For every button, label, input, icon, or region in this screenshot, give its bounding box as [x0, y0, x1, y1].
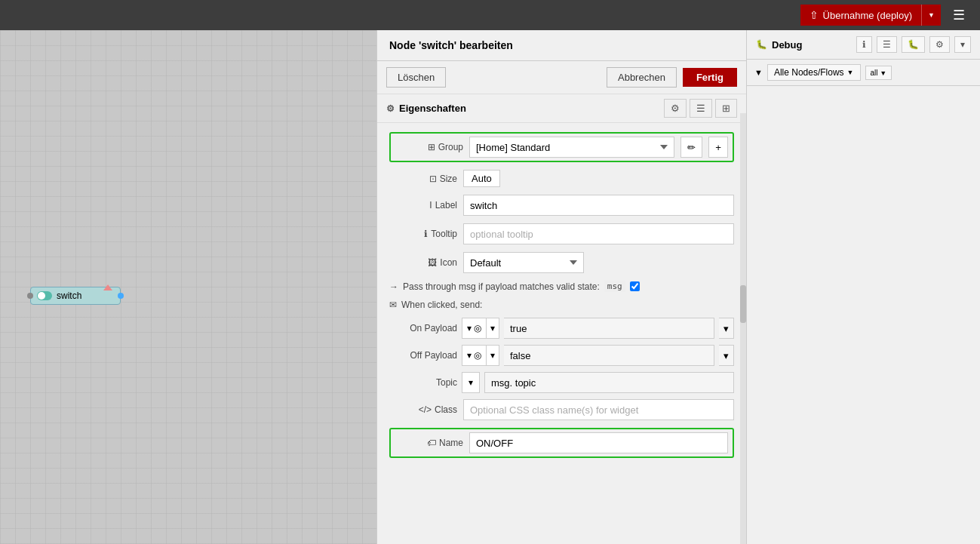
label-icon: I [429, 200, 432, 211]
canvas-area[interactable]: switch [0, 30, 376, 544]
panel-body: ⊞ Group [Home] Standard ✏ + ⊡ Size Auto [377, 123, 746, 544]
icon-select[interactable]: Default [463, 252, 584, 273]
debug-info-btn[interactable]: ℹ [856, 36, 872, 53]
filter-all-btn[interactable]: all ▼ [865, 66, 892, 80]
table-icon: ⊞ [428, 142, 435, 152]
debug-header: 🐛 Debug ℹ ☰ 🐛 ⚙ ▾ [747, 30, 980, 60]
off-payload-input[interactable] [504, 345, 714, 366]
tab-eigenschaften-label: Eigenschaften [399, 103, 466, 114]
off-payload-label: Off Payload [389, 350, 457, 361]
arrow-right-icon: → [389, 281, 398, 292]
name-input[interactable] [469, 432, 728, 453]
scrollbar-track [740, 113, 746, 544]
tooltip-row: ℹ Tooltip [389, 223, 734, 244]
topic-input[interactable] [484, 372, 734, 393]
label-row: I Label [389, 195, 734, 216]
passthrough-checkbox[interactable] [630, 281, 640, 291]
on-payload-type-btn[interactable]: ▾ ◎ ▾ [462, 318, 499, 339]
edit-panel: Node 'switch' bearbeiten Löschen Abbrech… [376, 30, 746, 544]
group-row: ⊞ Group [Home] Standard ✏ + [389, 132, 734, 162]
size-row: ⊡ Size Auto [389, 170, 734, 187]
label-input[interactable] [463, 195, 734, 216]
panel-tabs: ⚙ Eigenschaften ⚙ ☰ ⊞ [377, 94, 746, 123]
menu-icon[interactable]: ☰ [947, 4, 971, 26]
deploy-label: Übernahme (deploy) [823, 10, 913, 21]
topbar: ⇧ Übernahme (deploy) ▼ ☰ [0, 0, 980, 30]
name-field-label: 🏷 Name [395, 438, 463, 448]
group-label: ⊞ Group [395, 142, 463, 152]
debug-title: Debug [772, 39, 852, 51]
on-payload-label: On Payload [389, 323, 457, 333]
fertig-button[interactable]: Fertig [683, 68, 737, 87]
on-type-circle: ◎ [474, 323, 481, 333]
tooltip-input[interactable] [463, 223, 734, 244]
gear-tab-icon: ⚙ [386, 103, 395, 114]
topic-label: Topic [389, 377, 457, 388]
code-icon: </> [419, 404, 432, 415]
on-payload-expand[interactable]: ▾ [719, 318, 734, 339]
scrollbar-thumb[interactable] [740, 285, 746, 323]
loeschen-button[interactable]: Löschen [386, 67, 446, 88]
filter-icon: ▼ [754, 68, 763, 77]
debug-panel-icon: 🐛 [756, 39, 767, 50]
class-input[interactable] [463, 399, 734, 420]
node-toggle-icon [37, 291, 52, 300]
node-triangle-indicator [103, 284, 112, 290]
group-select[interactable]: [Home] Standard [469, 137, 674, 158]
image-icon: 🖼 [428, 257, 437, 268]
filter-chevron: ▼ [847, 69, 854, 76]
info-icon: ℹ [424, 229, 428, 239]
debug-gear-btn[interactable]: ⚙ [929, 36, 950, 53]
msg-code: msg [604, 281, 625, 292]
envelope-icon: ✉ [389, 300, 397, 310]
filter-label: Alle Nodes/Flows [774, 67, 844, 78]
passthrough-row: → Pass through msg if payload matches va… [389, 281, 734, 292]
debug-bug-btn[interactable]: 🐛 [902, 36, 925, 53]
off-type-circle: ◎ [474, 350, 481, 361]
group-edit-button[interactable]: ✏ [680, 137, 702, 158]
abbrechen-button[interactable]: Abbrechen [607, 67, 677, 88]
size-label: ⊡ Size [389, 174, 457, 184]
deploy-arrow-btn[interactable]: ▼ [921, 5, 941, 26]
tag-icon: 🏷 [427, 438, 436, 448]
name-row: 🏷 Name [389, 428, 734, 458]
node-label: switch [57, 290, 81, 301]
on-payload-input[interactable] [504, 318, 714, 339]
node-input-dot [27, 293, 33, 299]
filter-all-chevron: ▼ [880, 69, 886, 77]
off-type-expand[interactable]: ▾ [486, 346, 499, 365]
class-row: </> Class [389, 399, 734, 420]
filter-all-label: all [871, 69, 878, 77]
chevron-down-icon: ▼ [928, 11, 935, 19]
tab-action-doc[interactable]: ☰ [690, 99, 712, 118]
node-output-dot [118, 293, 124, 299]
on-type-expand[interactable]: ▾ [486, 318, 499, 338]
on-type-arrow: ▾ [467, 323, 472, 333]
off-payload-expand[interactable]: ▾ [719, 345, 734, 366]
on-payload-row: On Payload ▾ ◎ ▾ ▾ [389, 318, 734, 339]
label-field-label: I Label [389, 200, 457, 211]
icon-label: 🖼 Icon [389, 257, 457, 268]
switch-node[interactable]: switch [30, 287, 121, 305]
tab-eigenschaften[interactable]: ⚙ Eigenschaften [386, 103, 661, 114]
topic-type-btn[interactable]: ▾ [462, 372, 480, 393]
debug-expand-btn[interactable]: ▾ [954, 36, 971, 53]
tab-action-info[interactable]: ⊞ [715, 99, 737, 118]
panel-toolbar: Löschen Abbrechen Fertig [377, 61, 746, 94]
debug-panel: 🐛 Debug ℹ ☰ 🐛 ⚙ ▾ ▼ Alle Nodes/Flows ▼ a… [746, 30, 980, 544]
tooltip-label: ℹ Tooltip [389, 229, 457, 239]
debug-list-btn[interactable]: ☰ [877, 36, 897, 53]
off-payload-row: Off Payload ▾ ◎ ▾ ▾ [389, 345, 734, 366]
deploy-button[interactable]: ⇧ Übernahme (deploy) ▼ [800, 5, 941, 26]
off-payload-type-btn[interactable]: ▾ ◎ ▾ [462, 345, 499, 366]
off-type-arrow: ▾ [467, 350, 472, 361]
class-label: </> Class [389, 404, 457, 415]
group-add-button[interactable]: + [708, 137, 728, 158]
topic-row: Topic ▾ [389, 372, 734, 393]
filter-nodes-flows-btn[interactable]: Alle Nodes/Flows ▼ [767, 64, 861, 81]
tab-action-gear[interactable]: ⚙ [664, 99, 687, 118]
when-clicked-row: ✉ When clicked, send: [389, 300, 734, 310]
main-layout: switch Node 'switch' bearbeiten Löschen … [0, 30, 980, 544]
size-auto-button[interactable]: Auto [463, 170, 500, 187]
size-icon: ⊡ [429, 174, 437, 184]
